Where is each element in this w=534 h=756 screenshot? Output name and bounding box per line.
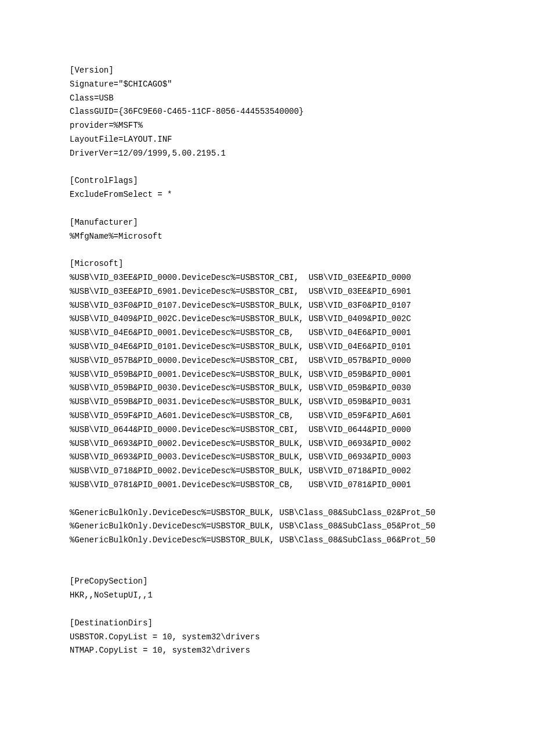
inf-file-content: [Version] Signature="$CHICAGO$" Class=US… [0, 0, 534, 756]
code-text: [Version] Signature="$CHICAGO$" Class=US… [70, 66, 435, 655]
